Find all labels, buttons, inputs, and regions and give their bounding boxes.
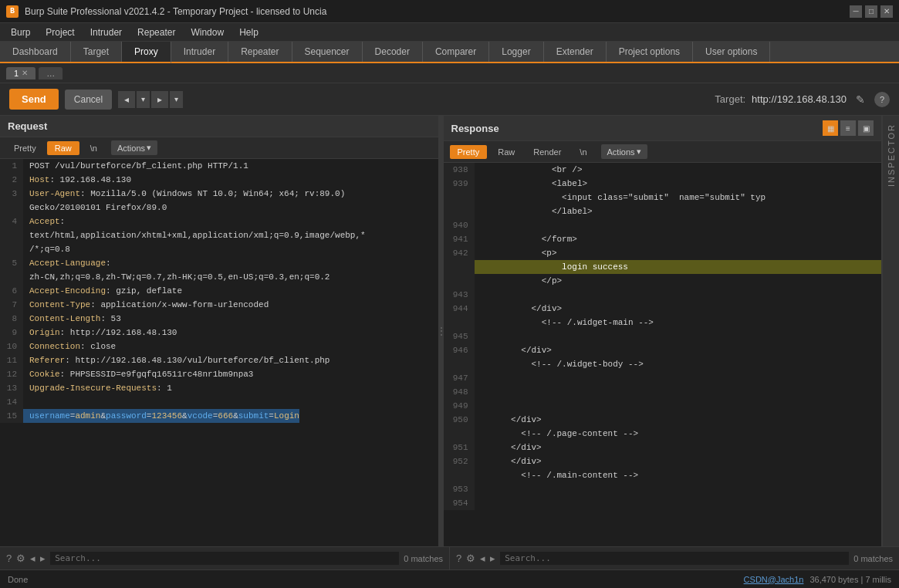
response-panel-header: Response ▦ ≡ ▣ xyxy=(444,116,882,141)
minimize-button[interactable]: ─ xyxy=(850,5,862,18)
request-tab-raw[interactable]: Raw xyxy=(47,141,79,155)
nav-forward-button[interactable]: ▸ xyxy=(151,91,168,108)
inspector-label: INSPECTOR xyxy=(887,123,896,187)
menu-intruder[interactable]: Intruder xyxy=(83,25,130,39)
table-row: 13Upgrade-Insecure-Requests: 1 xyxy=(0,381,438,395)
request-panel-header: Request xyxy=(0,116,438,137)
response-search-input[interactable] xyxy=(500,552,849,565)
view-tiles-btn[interactable]: ▣ xyxy=(858,120,874,136)
table-row: 952 </div> xyxy=(444,455,882,468)
nav-back-button[interactable]: ◂ xyxy=(118,91,135,108)
response-search-settings-btn[interactable]: ⚙ xyxy=(466,553,475,564)
table-row: </p> xyxy=(444,274,882,288)
repeater-tab-bar: 1 ✕ … xyxy=(0,63,899,83)
response-search-forward-btn[interactable]: ▸ xyxy=(490,553,495,564)
request-search-forward-btn[interactable]: ▸ xyxy=(40,553,46,564)
request-tab-n[interactable]: \n xyxy=(83,141,105,155)
response-tab-render[interactable]: Render xyxy=(526,145,569,159)
table-row: 7Content-Type: application/x-www-form-ur… xyxy=(0,298,438,312)
table-row: 12Cookie: PHPSESSID=e9fgqfq16511rc48nr1b… xyxy=(0,367,438,381)
request-search-back-btn[interactable]: ◂ xyxy=(30,553,35,564)
search-bars: ? ⚙ ◂ ▸ 0 matches ? ⚙ ◂ ▸ 0 matches xyxy=(0,546,899,569)
tab-intruder[interactable]: Intruder xyxy=(171,42,228,62)
view-split-btn[interactable]: ▦ xyxy=(823,120,838,136)
repeater-tab-new[interactable]: … xyxy=(39,67,63,79)
target-url: http://192.168.48.130 xyxy=(752,93,847,105)
request-search-matches: 0 matches xyxy=(404,554,443,563)
request-search-help-btn[interactable]: ? xyxy=(6,553,12,564)
app-icon: B xyxy=(6,5,19,18)
request-actions-dropdown[interactable]: Actions ▾ xyxy=(111,140,157,155)
table-row: 10Connection: close xyxy=(0,340,438,353)
table-row: 954 xyxy=(444,496,882,510)
request-search-input[interactable] xyxy=(50,552,399,565)
response-search-matches: 0 matches xyxy=(853,554,893,563)
tab-logger[interactable]: Logger xyxy=(489,42,543,62)
table-row: Gecko/20100101 Firefox/89.0 xyxy=(0,201,438,215)
response-tab-pretty[interactable]: Pretty xyxy=(450,145,488,159)
tab-proxy[interactable]: Proxy xyxy=(122,42,171,63)
menu-project[interactable]: Project xyxy=(38,25,82,39)
request-code-area[interactable]: 1POST /vul/burteforce/bf_client.php HTTP… xyxy=(0,159,438,546)
menu-help[interactable]: Help xyxy=(232,25,266,39)
table-row: 4Accept: xyxy=(0,215,438,228)
response-tab-n[interactable]: \n xyxy=(572,145,594,159)
send-button[interactable]: Send xyxy=(9,89,59,110)
tab-dashboard[interactable]: Dashboard xyxy=(0,42,71,62)
table-row: 940 xyxy=(444,218,882,232)
table-row: 6Accept-Encoding: gzip, deflate xyxy=(0,284,438,298)
close-tab-icon[interactable]: ✕ xyxy=(22,69,28,77)
inspector-sidebar: INSPECTOR xyxy=(882,116,899,546)
table-row: zh-CN,zh;q=0.8,zh-TW;q=0.7,zh-HK;q=0.5,e… xyxy=(0,270,438,284)
response-actions-chevron-icon: ▾ xyxy=(637,147,641,157)
main-tab-bar: Dashboard Target Proxy Intruder Repeater… xyxy=(0,42,899,63)
menu-repeater[interactable]: Repeater xyxy=(130,25,183,39)
request-search-settings-btn[interactable]: ⚙ xyxy=(16,553,25,564)
table-row: 2Host: 192.168.48.130 xyxy=(0,173,438,187)
tab-extender[interactable]: Extender xyxy=(544,42,607,62)
response-search-help-btn[interactable]: ? xyxy=(456,553,461,564)
tab-user-options[interactable]: User options xyxy=(693,42,770,62)
table-row: /*;q=0.8 xyxy=(0,242,438,256)
close-button[interactable]: ✕ xyxy=(880,5,893,18)
tab-comparer[interactable]: Comparer xyxy=(423,42,489,62)
table-row: 15username=admin&password=123456&vcode=6… xyxy=(0,409,438,423)
window-controls[interactable]: ─ □ ✕ xyxy=(850,5,893,18)
maximize-button[interactable]: □ xyxy=(865,5,877,18)
table-row: 938 <br /> xyxy=(444,163,882,177)
tab-sequencer[interactable]: Sequencer xyxy=(292,42,363,62)
menu-burp[interactable]: Burp xyxy=(3,25,38,39)
tab-decoder[interactable]: Decoder xyxy=(363,42,423,62)
table-row: 1POST /vul/burteforce/bf_client.php HTTP… xyxy=(0,159,438,173)
request-tab-pretty[interactable]: Pretty xyxy=(6,141,44,155)
table-row: <!-- /.page-content --> xyxy=(444,427,882,441)
nav-forward-dropdown[interactable]: ▾ xyxy=(170,91,183,108)
response-code-area[interactable]: 938 <br />939 <label> <input class="subm… xyxy=(444,163,882,546)
tab-project-options[interactable]: Project options xyxy=(607,42,693,62)
response-title: Response xyxy=(451,123,499,134)
table-row: <!-- /.widget-body --> xyxy=(444,357,882,371)
panels-container: Request Pretty Raw \n Actions ▾ 1POST /v… xyxy=(0,116,899,546)
response-actions-dropdown[interactable]: Actions ▾ xyxy=(601,144,647,159)
status-right: CSDN@Jach1n 36,470 bytes | 7 millis xyxy=(744,575,891,584)
tab-target[interactable]: Target xyxy=(71,42,122,62)
table-row: 944 </div> xyxy=(444,302,882,316)
menu-window[interactable]: Window xyxy=(183,25,232,39)
response-tab-raw[interactable]: Raw xyxy=(490,145,522,159)
request-panel: Request Pretty Raw \n Actions ▾ 1POST /v… xyxy=(0,116,439,546)
help-icon[interactable]: ? xyxy=(874,92,890,107)
edit-target-icon[interactable]: ✎ xyxy=(853,92,868,107)
table-row: 947 xyxy=(444,371,882,385)
cancel-button[interactable]: Cancel xyxy=(65,90,112,110)
target-area: Target: http://192.168.48.130 ✎ ? xyxy=(715,92,890,107)
tab-repeater[interactable]: Repeater xyxy=(228,42,292,62)
table-row: 949 xyxy=(444,399,882,413)
response-search-back-btn[interactable]: ◂ xyxy=(480,553,485,564)
repeater-tab-1[interactable]: 1 ✕ xyxy=(6,67,35,79)
nav-buttons: ◂ ▾ ▸ ▾ xyxy=(118,91,183,108)
nav-back-dropdown[interactable]: ▾ xyxy=(137,91,150,108)
view-lines-btn[interactable]: ≡ xyxy=(840,120,856,136)
table-row: 941 </form> xyxy=(444,232,882,246)
status-link[interactable]: CSDN@Jach1n xyxy=(744,575,804,584)
table-row: 5Accept-Language: xyxy=(0,256,438,270)
